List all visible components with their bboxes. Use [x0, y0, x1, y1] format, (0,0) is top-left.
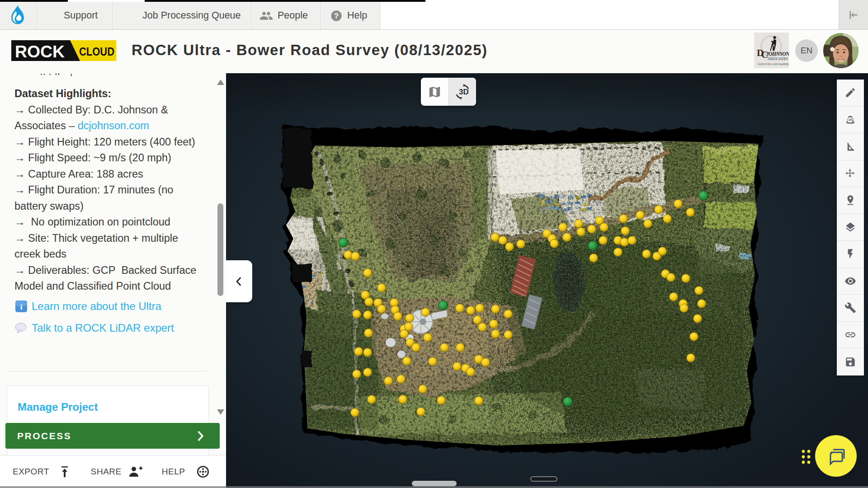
- svg-text:i: i: [20, 303, 23, 311]
- svg-text:ASSOCIATES: ASSOCIATES: [767, 57, 788, 61]
- svg-text:JOHNSON: JOHNSON: [766, 51, 789, 56]
- svg-text:?: ?: [334, 11, 339, 19]
- svg-text:ROCK: ROCK: [15, 42, 65, 61]
- svg-text:CLOUD: CLOUD: [79, 45, 114, 58]
- svg-text:SURVEYING AND MAPPING: SURVEYING AND MAPPING: [758, 63, 789, 66]
- svg-text:3D: 3D: [459, 88, 469, 96]
